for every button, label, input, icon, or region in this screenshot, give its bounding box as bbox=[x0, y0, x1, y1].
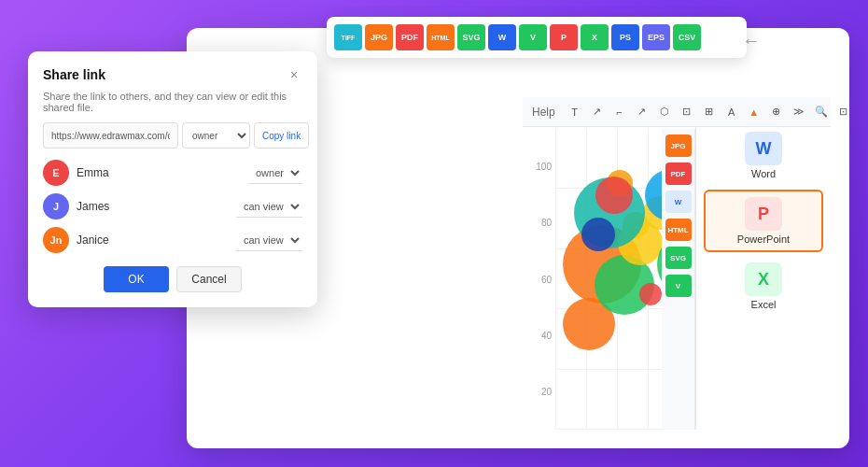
toolbar-icon-link[interactable]: ⊕ bbox=[768, 104, 785, 120]
format-badge-word[interactable]: W bbox=[488, 24, 516, 50]
bubble-12 bbox=[581, 218, 615, 251]
toolbar-icon-cursor[interactable]: ↗ bbox=[589, 104, 606, 120]
user-list: EEmmaownerJJamescan viewJnJanicecan view bbox=[43, 160, 302, 253]
export-items-container: WWordPPowerPointXExcel bbox=[704, 125, 823, 317]
export-sidebar-v[interactable]: V bbox=[665, 275, 692, 297]
format-badge-visio[interactable]: V bbox=[519, 24, 547, 50]
toolbar-icons: T ↗ ⌐ ↗ ⬡ ⊡ ⊞ A ▲ ⊕ ≫ 🔍 ⊡ U̲ ≡ 🔒 ⊞ ⊞ bbox=[567, 104, 849, 120]
export-icon-word: W bbox=[745, 132, 782, 165]
user-item-janice: JnJanicecan view bbox=[43, 227, 302, 253]
help-label: Help bbox=[532, 106, 555, 119]
export-icon-powerpoint: P bbox=[745, 197, 782, 231]
avatar-emma: E bbox=[43, 160, 69, 186]
export-icon-excel: X bbox=[745, 262, 782, 296]
toolbar-icon-text2[interactable]: A bbox=[723, 104, 740, 120]
user-role-james[interactable]: can view bbox=[236, 195, 302, 218]
y-label-80: 80 bbox=[523, 218, 555, 228]
export-sidebar-jpg[interactable]: JPG bbox=[665, 134, 692, 157]
toolbar-icon-fill[interactable]: ▲ bbox=[746, 104, 763, 120]
export-item-powerpoint[interactable]: PPowerPoint bbox=[704, 190, 823, 252]
dialog-description: Share the link to others, and they can v… bbox=[43, 91, 302, 113]
link-row: owner can view can edit Copy link bbox=[43, 122, 302, 149]
toolbar-icon-expand[interactable]: ⊞ bbox=[701, 104, 718, 120]
toolbar-icon-text[interactable]: T bbox=[567, 104, 583, 120]
user-role-janice[interactable]: can view bbox=[236, 229, 302, 251]
share-dialog: Share link × Share the link to others, a… bbox=[28, 51, 317, 307]
format-badge-tiff[interactable]: TIFF bbox=[334, 24, 362, 50]
link-input[interactable] bbox=[43, 122, 178, 149]
toolbar-icon-resize[interactable]: ⊡ bbox=[679, 104, 695, 120]
toolbar-icon-chevron[interactable]: ≫ bbox=[791, 104, 807, 120]
export-sidebar-html[interactable]: HTML bbox=[665, 219, 692, 241]
format-badge-pdf[interactable]: PDF bbox=[396, 24, 424, 50]
export-sidebar-pdf[interactable]: PDF bbox=[665, 163, 692, 185]
toolbar-icon-shape[interactable]: ⬡ bbox=[656, 104, 673, 120]
close-button[interactable]: × bbox=[286, 66, 302, 83]
dialog-header: Share link × bbox=[43, 66, 302, 83]
format-badge-csv[interactable]: CSV bbox=[673, 24, 701, 50]
ok-button[interactable]: OK bbox=[104, 266, 169, 292]
grid-line-v bbox=[555, 129, 556, 430]
y-label-60: 60 bbox=[523, 275, 555, 285]
format-badge-svg[interactable]: SVG bbox=[457, 24, 485, 50]
y-label-100: 100 bbox=[523, 162, 555, 172]
toolbar-icon-corner[interactable]: ⌐ bbox=[611, 104, 628, 120]
export-panel: Export To MS Office WWordPPowerPointXExc… bbox=[695, 97, 831, 430]
dialog-footer: OK Cancel bbox=[43, 266, 302, 292]
export-item-excel[interactable]: XExcel bbox=[704, 256, 823, 317]
format-badge-html[interactable]: HTML bbox=[427, 24, 455, 50]
bubble-5 bbox=[639, 283, 662, 305]
export-sidebar-w[interactable]: W bbox=[665, 191, 692, 213]
y-label-40: 40 bbox=[523, 331, 555, 341]
avatar-janice: Jn bbox=[43, 227, 69, 253]
help-toolbar: Help T ↗ ⌐ ↗ ⬡ ⊡ ⊞ A ▲ ⊕ ≫ 🔍 ⊡ U̲ ≡ 🔒 ⊞ … bbox=[523, 97, 831, 127]
export-item-label-excel: Excel bbox=[751, 299, 777, 310]
export-sidebar: JPGPDFWHTMLSVGV bbox=[662, 129, 695, 430]
user-name-janice: Janice bbox=[77, 234, 229, 247]
bubble-11 bbox=[595, 177, 633, 214]
format-badge-powerpoint[interactable]: P bbox=[550, 24, 578, 50]
export-item-word[interactable]: WWord bbox=[704, 125, 823, 186]
export-sidebar-svg[interactable]: SVG bbox=[665, 247, 692, 269]
permission-select[interactable]: owner can view can edit bbox=[182, 122, 250, 149]
avatar-james: J bbox=[43, 193, 69, 219]
y-label-20: 20 bbox=[523, 387, 555, 397]
format-badge-jpg[interactable]: JPG bbox=[365, 24, 393, 50]
format-badge-excel[interactable]: X bbox=[581, 24, 609, 50]
user-name-james: James bbox=[77, 200, 229, 213]
arrow-indicator: ← bbox=[742, 30, 761, 51]
user-name-emma: Emma bbox=[77, 166, 241, 179]
user-item-james: JJamescan view bbox=[43, 193, 302, 219]
export-item-label-word: Word bbox=[751, 168, 776, 179]
y-axis: 20 40 60 80 100 bbox=[523, 129, 555, 430]
format-badge-eps[interactable]: EPS bbox=[642, 24, 670, 50]
format-toolbar: TIFFJPGPDFHTMLSVGWVPXPSEPSCSV bbox=[327, 17, 747, 58]
export-item-label-powerpoint: PowerPoint bbox=[737, 234, 790, 245]
toolbar-icon-img[interactable]: ⊡ bbox=[835, 104, 849, 120]
format-badge-ps[interactable]: PS bbox=[611, 24, 639, 50]
toolbar-icon-arrow[interactable]: ↗ bbox=[634, 104, 651, 120]
user-item-emma: EEmmaowner bbox=[43, 160, 302, 186]
dialog-title: Share link bbox=[43, 67, 105, 82]
user-role-emma[interactable]: owner bbox=[248, 162, 302, 184]
cancel-button[interactable]: Cancel bbox=[176, 266, 242, 292]
toolbar-icon-zoom[interactable]: 🔍 bbox=[813, 104, 830, 120]
copy-link-button[interactable]: Copy link bbox=[254, 122, 309, 149]
